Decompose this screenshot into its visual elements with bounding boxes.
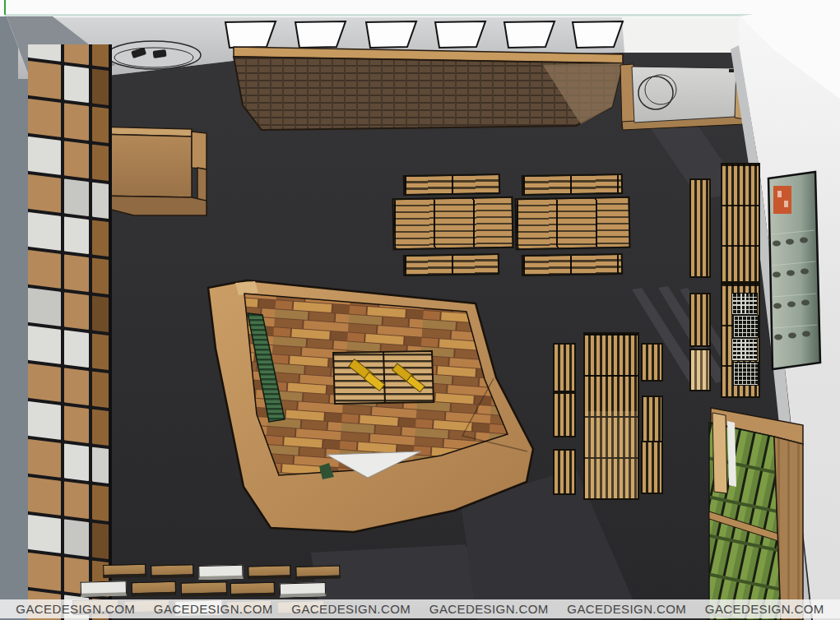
display-box	[132, 581, 176, 596]
slat-table-large-1	[392, 197, 513, 251]
shelf-cube	[28, 44, 61, 62]
display-box	[248, 565, 290, 579]
shelf-cube	[28, 439, 61, 478]
shelf-cube	[64, 481, 89, 519]
slat-table-small-1	[403, 174, 500, 196]
watermark-text: GACEDESIGN.COM	[291, 602, 411, 616]
poster-logo-square	[773, 186, 791, 214]
shelf-cube	[28, 61, 61, 99]
shelf-cube	[64, 254, 89, 292]
display-box	[280, 582, 326, 597]
shelf-cube	[64, 443, 89, 481]
display-box	[295, 566, 340, 580]
shelf-cube	[64, 216, 89, 254]
light-reflection	[585, 411, 638, 498]
slat-table-small-2	[522, 174, 623, 196]
slat-bench-left-2	[553, 392, 576, 437]
shelf-cube	[64, 44, 89, 65]
shelf-cube	[92, 145, 110, 182]
slat-bench-right-1	[641, 343, 663, 382]
shelf-cube	[64, 405, 89, 443]
shelf-cube	[28, 553, 61, 591]
shelf-cube	[92, 447, 110, 484]
wall-slat-shelf-wide-1	[721, 163, 760, 283]
shelf-cube	[92, 220, 110, 257]
shelf-cube	[92, 183, 110, 220]
slat-bench-left-3	[553, 449, 576, 495]
wall-slat-shelf-narrow-3	[689, 349, 711, 391]
slat-table-large-2	[514, 197, 630, 250]
shelf-cube	[92, 372, 110, 409]
shelf-cube	[92, 107, 110, 144]
shelf-cube	[64, 519, 89, 557]
display-box	[230, 582, 275, 597]
wire-basket-4	[733, 362, 759, 386]
wall-poster	[768, 172, 820, 369]
reception-desk	[95, 127, 207, 215]
shelf-cube	[28, 477, 61, 516]
shelf-cube	[64, 65, 89, 103]
green-axis-line	[4, 0, 6, 15]
shelf-cube	[64, 368, 89, 405]
shelf-cube	[92, 69, 110, 106]
shelf-cube	[28, 401, 61, 440]
watermark-band: GACEDESIGN.COM GACEDESIGN.COM GACEDESIGN…	[0, 599, 840, 618]
shelf-cube	[92, 409, 110, 446]
shelf-cube	[92, 258, 110, 295]
shelf-cube	[28, 212, 61, 251]
oval-ceiling-fixture	[107, 41, 201, 69]
watermark-text: GACEDESIGN.COM	[154, 602, 273, 616]
interior-render-top-view: GACEDESIGN.COM GACEDESIGN.COM GACEDESIGN…	[0, 0, 840, 620]
cube-grid	[28, 44, 109, 620]
watermark-text: GACEDESIGN.COM	[705, 602, 824, 616]
display-box	[81, 581, 127, 596]
shelf-cube	[64, 178, 89, 216]
shelf-cube	[28, 326, 61, 364]
render-base	[0, 0, 840, 620]
slat-bench-right-2	[642, 396, 663, 443]
shelf-cube	[64, 330, 89, 368]
display-box	[151, 564, 193, 578]
shelf-cube	[28, 174, 61, 213]
shelf-cube	[28, 288, 61, 326]
shelf-cube	[28, 515, 61, 553]
slat-table-small-4	[522, 253, 623, 276]
shelf-cube	[92, 523, 110, 560]
shelf-cube	[92, 334, 110, 371]
shelf-cube	[28, 99, 61, 137]
slat-bench-center	[583, 332, 639, 500]
shelf-cube	[28, 363, 61, 402]
shelf-cube	[92, 296, 110, 333]
wire-basket-2	[733, 315, 759, 338]
display-box	[103, 564, 146, 578]
white-counter-box	[620, 64, 745, 130]
green-cubby-cabinet	[709, 408, 803, 620]
slat-table-small-3	[403, 253, 499, 276]
shelf-cube	[64, 141, 89, 178]
watermark-text: GACEDESIGN.COM	[429, 602, 549, 616]
slat-bench-left-1	[553, 343, 576, 392]
top-accent-line	[5, 14, 835, 16]
shelf-cube	[28, 250, 61, 289]
watermark-text: GACEDESIGN.COM	[16, 602, 135, 616]
shelf-cube	[64, 103, 89, 141]
shelf-cube	[64, 292, 89, 330]
display-box	[181, 581, 227, 596]
shelf-cube	[92, 485, 110, 522]
watermark-text: GACEDESIGN.COM	[567, 602, 686, 616]
shelf-cube	[92, 44, 110, 67]
display-box	[198, 565, 243, 580]
wire-basket-3	[731, 338, 758, 361]
wire-basket-1	[731, 293, 758, 315]
wall-slat-shelf-narrow-2	[689, 293, 711, 347]
display-panel	[234, 47, 623, 130]
shelf-cube	[28, 136, 61, 175]
wall-slat-shelf-narrow-1	[689, 178, 711, 278]
slat-bench-right-3	[641, 441, 663, 494]
left-cube-shelving	[28, 44, 112, 620]
